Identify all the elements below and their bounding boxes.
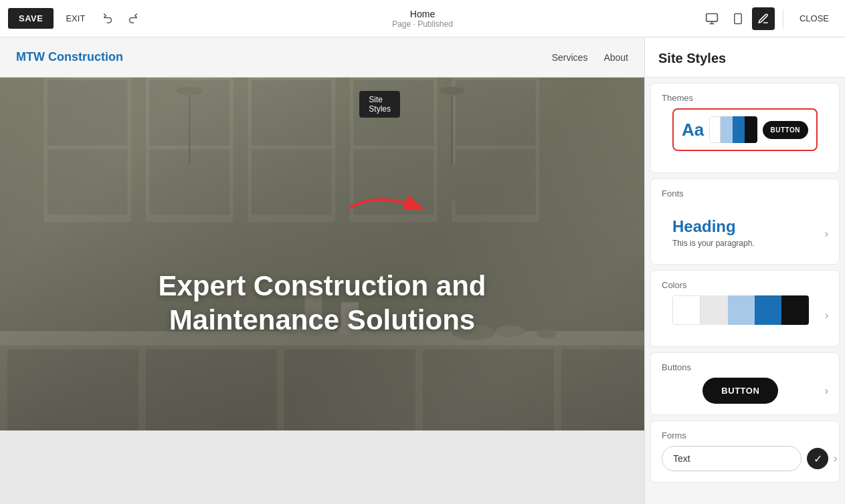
undo-icon: [102, 13, 114, 25]
colors-label: Colors: [651, 271, 839, 295]
panel-header: Site Styles: [645, 37, 845, 78]
forms-row[interactable]: ✓ ›: [651, 446, 839, 482]
site-styles-panel: Site Styles Themes Aa BUTTON F: [644, 37, 845, 504]
swatch-white: [709, 116, 721, 143]
content-area: MTW Construction Services About Site Sty…: [0, 37, 845, 504]
colors-chevron-icon: ›: [825, 309, 828, 322]
svg-rect-3: [735, 13, 742, 23]
page-status: Page · Published: [392, 19, 453, 29]
forms-chevron-icon: ›: [834, 453, 837, 465]
forms-section[interactable]: Forms ✓ ›: [650, 420, 840, 483]
hero-text-block: Expert Construction and Maintenance Solu…: [0, 269, 644, 337]
page-title: Home: [392, 9, 453, 19]
mobile-view-button[interactable]: [727, 7, 749, 30]
themes-label: Themes: [651, 84, 839, 108]
edit-icon: [757, 13, 769, 25]
panel-title: Site Styles: [658, 51, 832, 66]
toolbar-left: SAVE EXIT: [0, 7, 152, 30]
form-check-icon: ✓: [807, 448, 828, 469]
swatch-blue: [733, 116, 745, 143]
hero-overlay: [0, 78, 644, 430]
toolbar: SAVE EXIT Home Page · Published: [0, 0, 845, 37]
color-light-gray: [700, 295, 727, 325]
theme-aa-text: Aa: [682, 120, 704, 140]
desktop-icon: [705, 12, 719, 25]
nav-link-about[interactable]: About: [603, 52, 628, 63]
color-light-blue: [728, 295, 755, 325]
divider: [783, 9, 783, 28]
redo-button[interactable]: [121, 7, 144, 30]
undo-button[interactable]: [97, 7, 120, 30]
page-info: Home Page · Published: [392, 9, 453, 29]
exit-button[interactable]: EXIT: [59, 9, 92, 27]
svg-rect-0: [707, 13, 718, 21]
site-styles-label: Site Styles: [359, 91, 400, 118]
form-text-input[interactable]: [662, 446, 802, 471]
color-white: [672, 295, 700, 325]
fonts-label: Fonts: [651, 179, 839, 204]
fonts-heading-preview: Heading: [672, 217, 755, 236]
edit-mode-button[interactable]: [752, 7, 775, 30]
theme-button-preview: BUTTON: [763, 121, 808, 139]
buttons-chevron-icon: ›: [825, 385, 828, 397]
fonts-chevron-icon: ›: [825, 228, 828, 240]
button-preview: BUTTON: [702, 378, 778, 404]
themes-section[interactable]: Themes Aa BUTTON: [650, 83, 840, 173]
swatch-light-blue: [721, 116, 733, 143]
desktop-view-button[interactable]: [700, 7, 724, 31]
preview-area: MTW Construction Services About Site Sty…: [0, 37, 644, 504]
button-preview-wrap: BUTTON: [662, 378, 820, 404]
color-blue: [755, 295, 781, 325]
forms-preview-wrap: ✓: [662, 446, 828, 471]
save-button[interactable]: SAVE: [8, 8, 54, 29]
color-black: [781, 295, 808, 325]
site-logo: MTW Construction: [16, 50, 123, 64]
toolbar-right: CLOSE: [700, 7, 845, 31]
color-swatches: [672, 295, 809, 325]
close-button[interactable]: CLOSE: [791, 9, 837, 27]
theme-swatches: [709, 116, 757, 143]
fonts-paragraph-preview: This is your paragraph.: [672, 239, 755, 248]
hero-section: Expert Construction and Maintenance Solu…: [0, 78, 644, 430]
hero-background: Expert Construction and Maintenance Solu…: [0, 78, 644, 430]
fonts-row[interactable]: Heading This is your paragraph. ›: [651, 204, 839, 264]
fonts-section[interactable]: Fonts Heading This is your paragraph. ›: [650, 178, 840, 265]
themes-content: Aa BUTTON: [651, 108, 839, 172]
swatch-black: [745, 116, 757, 143]
colors-row[interactable]: ›: [651, 295, 839, 346]
nav-link-services[interactable]: Services: [552, 52, 588, 63]
colors-section[interactable]: Colors ›: [650, 270, 840, 347]
hero-heading: Expert Construction and Maintenance Solu…: [0, 269, 644, 337]
forms-label: Forms: [651, 421, 839, 446]
redo-icon: [126, 13, 138, 25]
buttons-row[interactable]: BUTTON ›: [651, 378, 839, 414]
buttons-label: Buttons: [651, 353, 839, 378]
undo-redo-group: [97, 7, 144, 30]
mobile-icon: [732, 13, 744, 25]
nav-links: Services About: [552, 52, 628, 63]
themes-card[interactable]: Aa BUTTON: [672, 108, 818, 151]
site-navigation: MTW Construction Services About: [0, 37, 644, 78]
fonts-preview: Heading This is your paragraph.: [662, 209, 765, 259]
buttons-section[interactable]: Buttons BUTTON ›: [650, 352, 840, 415]
